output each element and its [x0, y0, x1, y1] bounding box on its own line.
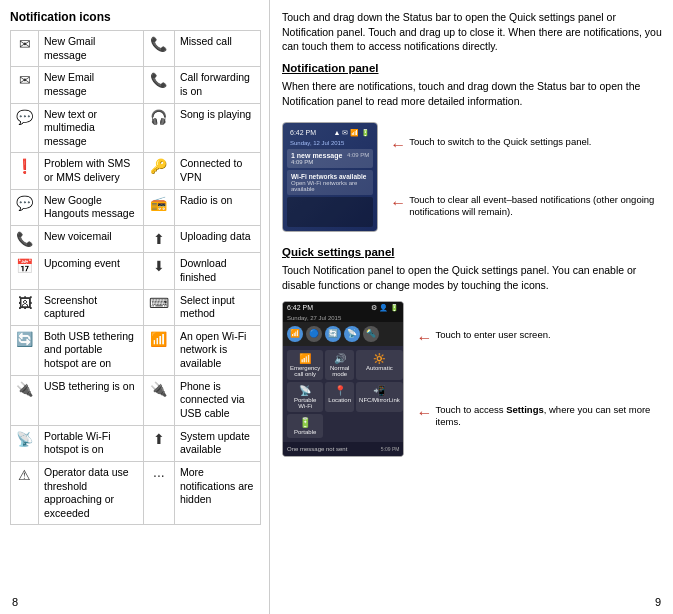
- notif-icon-left: 🖼: [11, 289, 39, 325]
- qs-rotation-icon[interactable]: 🔄: [325, 326, 341, 342]
- annotation-clear-events: ← Touch to clear all event–based notific…: [390, 194, 663, 219]
- phone-icons: ▲ ✉ 📶 🔋: [334, 129, 371, 137]
- page-num-left: 8: [12, 596, 18, 608]
- notif-label-left: New Gmail message: [39, 31, 144, 67]
- quick-settings-body: Touch Notification panel to open the Qui…: [282, 263, 663, 292]
- notif-label-right: More notifications are hidden: [174, 461, 260, 525]
- notif-label-right: An open Wi-Fi network is available: [174, 325, 260, 375]
- qs-cell-nfc[interactable]: 📲 NFC/MirrorLink: [356, 382, 403, 412]
- annotation-text-1: Touch to switch to the Quick settings pa…: [409, 136, 591, 148]
- notif-icon-right: ⬆: [143, 425, 174, 461]
- notif-icon-right: ⬇: [143, 253, 174, 289]
- notif-label-right: Download finished: [174, 253, 260, 289]
- phone-notif-wifi: Wi-Fi networks available Open Wi-Fi netw…: [287, 170, 373, 195]
- notif-label-right: Phone is connected via USB cable: [174, 375, 260, 425]
- qs-cell-emergency[interactable]: 📶 Emergency call only: [287, 350, 323, 380]
- table-row: ✉ New Gmail message 📞 Missed call: [11, 31, 261, 67]
- annotation-quick-settings: ← Touch to switch to the Quick settings …: [390, 136, 663, 154]
- qs-cell-brightness[interactable]: 🔆 Automatic: [356, 350, 403, 380]
- annotation-text-2: Touch to clear all event–based notificat…: [409, 194, 663, 219]
- phone-notif-1: 1 new message 4:09 PM 4:09 PM: [287, 149, 373, 168]
- notif-label-left: Upcoming event: [39, 253, 144, 289]
- settings-bar-time: 5:09 PM: [381, 446, 400, 452]
- notification-icons-table: ✉ New Gmail message 📞 Missed call ✉ New …: [10, 30, 261, 525]
- notif-icon-right: 🔌: [143, 375, 174, 425]
- table-row: 🖼 Screenshot captured ⌨ Select input met…: [11, 289, 261, 325]
- emergency-icon: 📶: [290, 353, 320, 364]
- qs-cell-location[interactable]: 📍 Location: [325, 382, 354, 412]
- notif-icon-left: 📞: [11, 226, 39, 253]
- notif-icon-right: ⬆: [143, 226, 174, 253]
- notif-icon-right: ···: [143, 461, 174, 525]
- table-row: 📡 Portable Wi-Fi hotspot is on ⬆ System …: [11, 425, 261, 461]
- qs-bluetooth-icon[interactable]: 🔵: [306, 326, 322, 342]
- notif-label-left: New text or multimedia message: [39, 103, 144, 153]
- notif-icon-left: 📡: [11, 425, 39, 461]
- notif-label-left: Screenshot captured: [39, 289, 144, 325]
- intro-text: Touch and drag down the Status bar to op…: [282, 10, 663, 54]
- notification-panel-section: Notification panel When there are notifi…: [282, 62, 663, 238]
- notification-panel-title: Notification panel: [282, 62, 663, 74]
- user-icon[interactable]: 👤: [379, 304, 388, 312]
- notif-label-right: System update available: [174, 425, 260, 461]
- qs-cell-label-brightness: Automatic: [359, 365, 400, 371]
- qs-time: 6:42 PM: [287, 304, 313, 312]
- notif-icon-left: 💬: [11, 189, 39, 225]
- notification-panel-phone: 6:42 PM ▲ ✉ 📶 🔋 Sunday, 12 Jul 2015 1 ne…: [282, 122, 378, 232]
- portable-icon: 🔋: [290, 417, 320, 428]
- notif-panel-screen: 6:42 PM ▲ ✉ 📶 🔋 Sunday, 12 Jul 2015 1 ne…: [283, 123, 377, 231]
- qs-cell-portable[interactable]: 🔋 Portable: [287, 414, 323, 438]
- hotspot-icon: 📡: [290, 385, 320, 396]
- qs-cell-label-normal: Normal mode: [328, 365, 351, 377]
- notif-label-right: Connected to VPN: [174, 153, 260, 189]
- table-row: 💬 New Google Hangouts message 📻 Radio is…: [11, 189, 261, 225]
- qs-cell-normal[interactable]: 🔊 Normal mode: [325, 350, 354, 380]
- page-numbers: 8 9: [0, 596, 673, 608]
- notif-label-right: Select input method: [174, 289, 260, 325]
- arrow-icon-2: ←: [390, 194, 406, 212]
- table-row: 📞 New voicemail ⬆ Uploading data: [11, 226, 261, 253]
- qs-status-icons: ⚙ 👤 🔋: [371, 304, 399, 312]
- qs-cell-label-emergency: Emergency call only: [290, 365, 320, 377]
- notif-icon-left: 📅: [11, 253, 39, 289]
- qs-panel-with-annotations: 6:42 PM ⚙ 👤 🔋 Sunday, 27 Jul 2015 📶 🔵 🔄 …: [282, 301, 663, 457]
- notif-icon-right: 🎧: [143, 103, 174, 153]
- quick-settings-title: Quick settings panel: [282, 246, 663, 258]
- quick-settings-section: Quick settings panel Touch Notification …: [282, 246, 663, 456]
- qs-cell-wifi-hotspot[interactable]: 📡 Portable Wi-Fi: [287, 382, 323, 412]
- arrow-icon-1: ←: [390, 136, 406, 154]
- qs-wifi-icon[interactable]: 📶: [287, 326, 303, 342]
- quick-settings-phone: 6:42 PM ⚙ 👤 🔋 Sunday, 27 Jul 2015 📶 🔵 🔄 …: [282, 301, 404, 457]
- nfc-icon: 📲: [359, 385, 400, 396]
- table-row: 🔄 Both USB tethering and portable hotspo…: [11, 325, 261, 375]
- notif-icon-left: ✉: [11, 67, 39, 103]
- notif-label-left: New Google Hangouts message: [39, 189, 144, 225]
- qs-cell-label-nfc: NFC/MirrorLink: [359, 397, 400, 403]
- annotation-user-screen: ← Touch to enter user screen.: [416, 329, 663, 347]
- notif-icon-left: 💬: [11, 103, 39, 153]
- table-row: ⚠ Operator data use threshold approachin…: [11, 461, 261, 525]
- phone-status-bar: 6:42 PM ▲ ✉ 📶 🔋: [287, 127, 373, 139]
- notif-icon-left: ❗: [11, 153, 39, 189]
- table-row: ✉ New Email message 📞 Call forwarding is…: [11, 67, 261, 103]
- annotation-settings-access: ← Touch to access Settings, where you ca…: [416, 404, 663, 429]
- notif-icon-right: 📶: [143, 325, 174, 375]
- notification-panel-body: When there are notifications, touch and …: [282, 79, 663, 108]
- notif-label-right: Missed call: [174, 31, 260, 67]
- notif-label-right: Radio is on: [174, 189, 260, 225]
- qs-data-icon[interactable]: 📡: [344, 326, 360, 342]
- phone-map-area: [287, 197, 373, 227]
- notif-icon-right: 🔑: [143, 153, 174, 189]
- table-row: 📅 Upcoming event ⬇ Download finished: [11, 253, 261, 289]
- notif-panel-annotations: ← Touch to switch to the Quick settings …: [384, 116, 663, 238]
- notif-label-left: New Email message: [39, 67, 144, 103]
- qs-cell-label-portable: Portable: [290, 429, 320, 435]
- notif-panel-with-annotations: 6:42 PM ▲ ✉ 📶 🔋 Sunday, 12 Jul 2015 1 ne…: [282, 116, 663, 238]
- phone-time: 6:42 PM: [290, 129, 316, 137]
- settings-gear-icon[interactable]: ⚙: [371, 304, 377, 312]
- table-row: 💬 New text or multimedia message 🎧 Song …: [11, 103, 261, 153]
- notif-icon-left: ⚠: [11, 461, 39, 525]
- qs-torch-icon[interactable]: 🔦: [363, 326, 379, 342]
- notif-icon-right: ⌨: [143, 289, 174, 325]
- brightness-icon: 🔆: [359, 353, 400, 364]
